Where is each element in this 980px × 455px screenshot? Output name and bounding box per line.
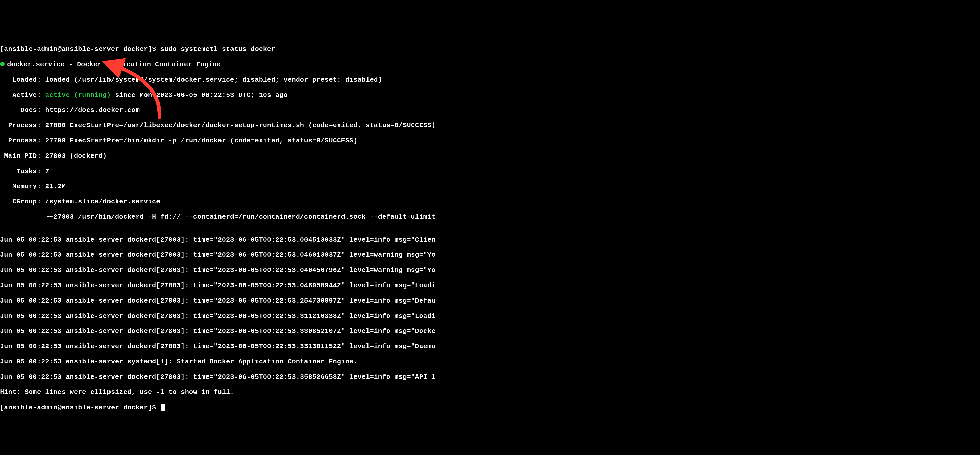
cgroup-line: CGroup: /system.slice/docker.service	[0, 198, 980, 206]
mainpid-value: 27803 (dockerd)	[45, 152, 107, 160]
hint-line: Hint: Some lines were ellipsized, use -l…	[0, 388, 980, 396]
loaded-label: Loaded:	[0, 76, 45, 84]
shell-prompt: [ansible-admin@ansible-server docker]$	[0, 404, 160, 411]
tasks-label: Tasks:	[0, 168, 45, 175]
service-header-line: docker.service - Docker Application Cont…	[0, 61, 980, 68]
memory-line: Memory: 21.2M	[0, 183, 980, 190]
process-label: Process:	[0, 137, 45, 144]
mainpid-line: Main PID: 27803 (dockerd)	[0, 152, 980, 160]
loaded-line: Loaded: loaded (/usr/lib/systemd/system/…	[0, 76, 980, 84]
active-status: active (running)	[45, 91, 111, 99]
shell-prompt: [ansible-admin@ansible-server docker]$	[0, 45, 160, 53]
memory-label: Memory:	[0, 182, 45, 190]
docs-label: Docs:	[0, 106, 45, 114]
prompt-line-1[interactable]: [ansible-admin@ansible-server docker]$ s…	[0, 46, 980, 53]
docs-line: Docs: https://docs.docker.com	[0, 106, 980, 114]
log-line: Jun 05 00:22:53 ansible-server dockerd[2…	[0, 236, 980, 244]
cgroup-label: CGroup:	[0, 198, 45, 205]
process-line-2: Process: 27799 ExecStartPre=/bin/mkdir -…	[0, 137, 980, 145]
typed-command: sudo systemctl status docker	[160, 45, 275, 53]
log-line: Jun 05 00:22:53 ansible-server dockerd[2…	[0, 297, 980, 305]
active-label: Active:	[0, 91, 45, 99]
log-line: Jun 05 00:22:53 ansible-server dockerd[2…	[0, 282, 980, 290]
log-line: Jun 05 00:22:53 ansible-server dockerd[2…	[0, 251, 980, 259]
process-value: 27800 ExecStartPre=/usr/libexec/docker/d…	[45, 122, 436, 129]
active-since: since Mon 2023-06-05 00:22:53 UTC; 10s a…	[111, 91, 288, 99]
docs-url: https://docs.docker.com	[45, 106, 140, 114]
tasks-line: Tasks: 7	[0, 168, 980, 175]
process-value: 27799 ExecStartPre=/bin/mkdir -p /run/do…	[45, 137, 358, 144]
log-line: Jun 05 00:22:53 ansible-server systemd[1…	[0, 358, 980, 366]
cgroup-tree: └─27803 /usr/bin/dockerd -H fd:// --cont…	[0, 213, 436, 221]
tasks-value: 7	[45, 168, 49, 175]
log-line: Jun 05 00:22:53 ansible-server dockerd[2…	[0, 343, 980, 350]
process-line-1: Process: 27800 ExecStartPre=/usr/libexec…	[0, 122, 980, 130]
memory-value: 21.2M	[45, 182, 66, 190]
cgroup-value: /system.slice/docker.service	[45, 198, 160, 205]
text-cursor-icon	[161, 404, 165, 411]
mainpid-label: Main PID:	[0, 152, 45, 160]
log-line: Jun 05 00:22:53 ansible-server dockerd[2…	[0, 266, 980, 274]
log-line: Jun 05 00:22:53 ansible-server dockerd[2…	[0, 328, 980, 335]
loaded-value: loaded (/usr/lib/systemd/system/docker.s…	[45, 76, 382, 84]
cgroup-tree-line: └─27803 /usr/bin/dockerd -H fd:// --cont…	[0, 213, 980, 221]
status-dot-icon	[0, 62, 5, 66]
prompt-line-2[interactable]: [ansible-admin@ansible-server docker]$	[0, 404, 980, 412]
log-line: Jun 05 00:22:53 ansible-server dockerd[2…	[0, 312, 980, 320]
log-line: Jun 05 00:22:53 ansible-server dockerd[2…	[0, 373, 980, 381]
terminal-output: [ansible-admin@ansible-server docker]$ s…	[0, 38, 980, 434]
service-header: docker.service - Docker Application Cont…	[7, 61, 221, 68]
process-label: Process:	[0, 122, 45, 129]
active-line: Active: active (running) since Mon 2023-…	[0, 92, 980, 99]
